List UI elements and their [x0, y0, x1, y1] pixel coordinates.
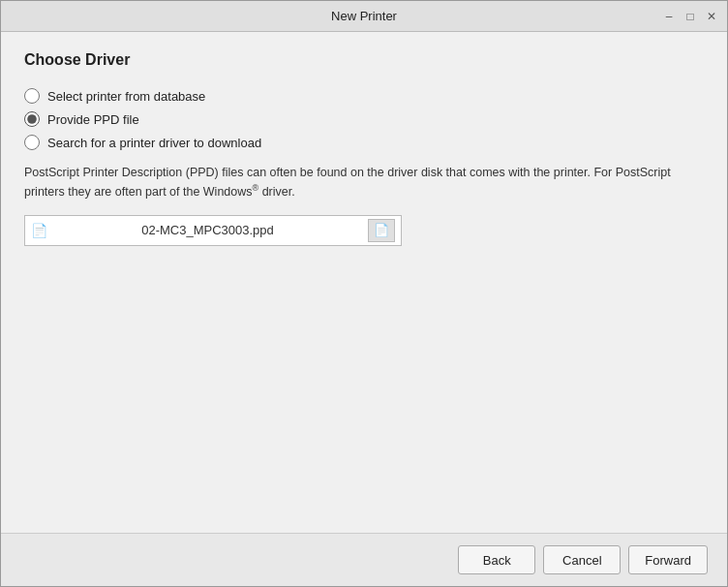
description: PostScript Printer Description (PPD) fil…	[24, 164, 682, 201]
close-button[interactable]: ✕	[704, 9, 719, 24]
back-button[interactable]: Back	[458, 545, 535, 574]
radio-database-label: Select printer from database	[47, 89, 205, 104]
section-title: Choose Driver	[24, 51, 704, 69]
radio-ppd[interactable]	[24, 111, 40, 127]
file-name-display: 02-MC3_MPC3003.ppd	[53, 223, 362, 237]
minimize-button[interactable]: –	[661, 9, 677, 24]
driver-options: Select printer from database Provide PPD…	[24, 88, 704, 150]
radio-item-ppd[interactable]: Provide PPD file	[24, 111, 704, 127]
radio-item-search[interactable]: Search for a printer driver to download	[24, 135, 704, 150]
radio-search-label: Search for a printer driver to download	[47, 136, 261, 150]
radio-search[interactable]	[24, 135, 40, 150]
radio-item-database[interactable]: Select printer from database	[24, 88, 704, 104]
titlebar: New Printer – □ ✕	[1, 1, 727, 32]
window-title: New Printer	[67, 9, 661, 23]
cancel-button[interactable]: Cancel	[543, 545, 621, 574]
maximize-button[interactable]: □	[682, 9, 698, 24]
window-controls: – □ ✕	[661, 9, 719, 24]
main-content: Choose Driver Select printer from databa…	[1, 32, 727, 533]
description-text-main: PostScript Printer Description (PPD) fil…	[24, 166, 671, 199]
spacer	[24, 260, 704, 513]
window: New Printer – □ ✕ Choose Driver Select p…	[0, 0, 728, 587]
radio-ppd-label: Provide PPD file	[47, 112, 139, 127]
forward-button[interactable]: Forward	[628, 545, 708, 574]
radio-database[interactable]	[24, 88, 40, 104]
file-icon: 📄	[31, 223, 47, 238]
browse-button[interactable]: 📄	[368, 219, 395, 242]
description-text-end: driver.	[258, 185, 295, 199]
footer: Back Cancel Forward	[1, 533, 727, 586]
file-input-row: 📄 02-MC3_MPC3003.ppd 📄	[24, 215, 402, 246]
